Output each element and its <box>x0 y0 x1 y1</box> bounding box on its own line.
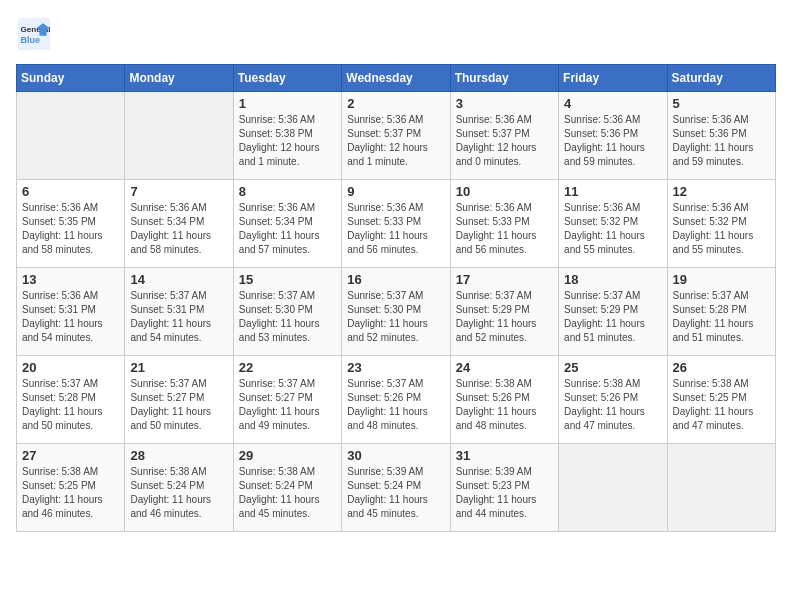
calendar-table: SundayMondayTuesdayWednesdayThursdayFrid… <box>16 64 776 532</box>
day-number: 27 <box>22 448 119 463</box>
day-info: Sunrise: 5:37 AM Sunset: 5:27 PM Dayligh… <box>239 377 336 433</box>
calendar-week-row: 6Sunrise: 5:36 AM Sunset: 5:35 PM Daylig… <box>17 180 776 268</box>
calendar-day-cell: 10Sunrise: 5:36 AM Sunset: 5:33 PM Dayli… <box>450 180 558 268</box>
calendar-body: 1Sunrise: 5:36 AM Sunset: 5:38 PM Daylig… <box>17 92 776 532</box>
day-number: 11 <box>564 184 661 199</box>
day-number: 6 <box>22 184 119 199</box>
svg-text:Blue: Blue <box>21 35 41 45</box>
calendar-day-cell: 9Sunrise: 5:36 AM Sunset: 5:33 PM Daylig… <box>342 180 450 268</box>
day-info: Sunrise: 5:38 AM Sunset: 5:25 PM Dayligh… <box>673 377 770 433</box>
calendar-day-cell: 2Sunrise: 5:36 AM Sunset: 5:37 PM Daylig… <box>342 92 450 180</box>
day-info: Sunrise: 5:38 AM Sunset: 5:26 PM Dayligh… <box>564 377 661 433</box>
calendar-day-cell: 11Sunrise: 5:36 AM Sunset: 5:32 PM Dayli… <box>559 180 667 268</box>
calendar-day-cell: 12Sunrise: 5:36 AM Sunset: 5:32 PM Dayli… <box>667 180 775 268</box>
day-info: Sunrise: 5:38 AM Sunset: 5:25 PM Dayligh… <box>22 465 119 521</box>
day-info: Sunrise: 5:38 AM Sunset: 5:24 PM Dayligh… <box>130 465 227 521</box>
calendar-day-cell <box>559 444 667 532</box>
calendar-week-row: 1Sunrise: 5:36 AM Sunset: 5:38 PM Daylig… <box>17 92 776 180</box>
day-info: Sunrise: 5:36 AM Sunset: 5:33 PM Dayligh… <box>456 201 553 257</box>
day-info: Sunrise: 5:37 AM Sunset: 5:28 PM Dayligh… <box>673 289 770 345</box>
day-info: Sunrise: 5:36 AM Sunset: 5:38 PM Dayligh… <box>239 113 336 169</box>
calendar-day-cell: 16Sunrise: 5:37 AM Sunset: 5:30 PM Dayli… <box>342 268 450 356</box>
day-number: 25 <box>564 360 661 375</box>
day-info: Sunrise: 5:37 AM Sunset: 5:27 PM Dayligh… <box>130 377 227 433</box>
day-number: 13 <box>22 272 119 287</box>
calendar-day-cell: 15Sunrise: 5:37 AM Sunset: 5:30 PM Dayli… <box>233 268 341 356</box>
calendar-day-cell: 25Sunrise: 5:38 AM Sunset: 5:26 PM Dayli… <box>559 356 667 444</box>
calendar-day-cell: 7Sunrise: 5:36 AM Sunset: 5:34 PM Daylig… <box>125 180 233 268</box>
day-number: 24 <box>456 360 553 375</box>
day-info: Sunrise: 5:36 AM Sunset: 5:37 PM Dayligh… <box>456 113 553 169</box>
calendar-day-cell: 22Sunrise: 5:37 AM Sunset: 5:27 PM Dayli… <box>233 356 341 444</box>
day-number: 4 <box>564 96 661 111</box>
day-info: Sunrise: 5:36 AM Sunset: 5:34 PM Dayligh… <box>239 201 336 257</box>
day-info: Sunrise: 5:39 AM Sunset: 5:23 PM Dayligh… <box>456 465 553 521</box>
calendar-day-cell: 27Sunrise: 5:38 AM Sunset: 5:25 PM Dayli… <box>17 444 125 532</box>
weekday-header-cell: Saturday <box>667 65 775 92</box>
day-number: 2 <box>347 96 444 111</box>
calendar-day-cell: 30Sunrise: 5:39 AM Sunset: 5:24 PM Dayli… <box>342 444 450 532</box>
calendar-day-cell: 5Sunrise: 5:36 AM Sunset: 5:36 PM Daylig… <box>667 92 775 180</box>
calendar-day-cell: 19Sunrise: 5:37 AM Sunset: 5:28 PM Dayli… <box>667 268 775 356</box>
day-number: 3 <box>456 96 553 111</box>
logo-icon: General Blue <box>16 16 52 52</box>
day-number: 31 <box>456 448 553 463</box>
calendar-day-cell: 6Sunrise: 5:36 AM Sunset: 5:35 PM Daylig… <box>17 180 125 268</box>
day-info: Sunrise: 5:36 AM Sunset: 5:36 PM Dayligh… <box>673 113 770 169</box>
calendar-day-cell: 26Sunrise: 5:38 AM Sunset: 5:25 PM Dayli… <box>667 356 775 444</box>
day-info: Sunrise: 5:37 AM Sunset: 5:30 PM Dayligh… <box>347 289 444 345</box>
day-number: 5 <box>673 96 770 111</box>
day-number: 7 <box>130 184 227 199</box>
calendar-day-cell: 21Sunrise: 5:37 AM Sunset: 5:27 PM Dayli… <box>125 356 233 444</box>
calendar-week-row: 13Sunrise: 5:36 AM Sunset: 5:31 PM Dayli… <box>17 268 776 356</box>
calendar-day-cell: 24Sunrise: 5:38 AM Sunset: 5:26 PM Dayli… <box>450 356 558 444</box>
calendar-day-cell: 3Sunrise: 5:36 AM Sunset: 5:37 PM Daylig… <box>450 92 558 180</box>
day-number: 16 <box>347 272 444 287</box>
weekday-header-cell: Tuesday <box>233 65 341 92</box>
logo: General Blue <box>16 16 56 52</box>
calendar-week-row: 20Sunrise: 5:37 AM Sunset: 5:28 PM Dayli… <box>17 356 776 444</box>
calendar-day-cell <box>17 92 125 180</box>
day-info: Sunrise: 5:37 AM Sunset: 5:31 PM Dayligh… <box>130 289 227 345</box>
calendar-day-cell: 31Sunrise: 5:39 AM Sunset: 5:23 PM Dayli… <box>450 444 558 532</box>
weekday-header-cell: Thursday <box>450 65 558 92</box>
day-number: 21 <box>130 360 227 375</box>
day-info: Sunrise: 5:38 AM Sunset: 5:24 PM Dayligh… <box>239 465 336 521</box>
day-info: Sunrise: 5:36 AM Sunset: 5:34 PM Dayligh… <box>130 201 227 257</box>
calendar-day-cell <box>667 444 775 532</box>
day-info: Sunrise: 5:37 AM Sunset: 5:26 PM Dayligh… <box>347 377 444 433</box>
day-number: 20 <box>22 360 119 375</box>
calendar-day-cell: 14Sunrise: 5:37 AM Sunset: 5:31 PM Dayli… <box>125 268 233 356</box>
day-number: 18 <box>564 272 661 287</box>
calendar-day-cell: 29Sunrise: 5:38 AM Sunset: 5:24 PM Dayli… <box>233 444 341 532</box>
day-info: Sunrise: 5:37 AM Sunset: 5:29 PM Dayligh… <box>456 289 553 345</box>
day-number: 30 <box>347 448 444 463</box>
day-number: 1 <box>239 96 336 111</box>
calendar-day-cell: 1Sunrise: 5:36 AM Sunset: 5:38 PM Daylig… <box>233 92 341 180</box>
weekday-header-cell: Wednesday <box>342 65 450 92</box>
day-info: Sunrise: 5:37 AM Sunset: 5:28 PM Dayligh… <box>22 377 119 433</box>
calendar-day-cell: 17Sunrise: 5:37 AM Sunset: 5:29 PM Dayli… <box>450 268 558 356</box>
day-info: Sunrise: 5:38 AM Sunset: 5:26 PM Dayligh… <box>456 377 553 433</box>
day-number: 10 <box>456 184 553 199</box>
day-info: Sunrise: 5:36 AM Sunset: 5:32 PM Dayligh… <box>564 201 661 257</box>
day-number: 17 <box>456 272 553 287</box>
day-info: Sunrise: 5:39 AM Sunset: 5:24 PM Dayligh… <box>347 465 444 521</box>
weekday-header-cell: Monday <box>125 65 233 92</box>
weekday-header-cell: Friday <box>559 65 667 92</box>
calendar-day-cell: 18Sunrise: 5:37 AM Sunset: 5:29 PM Dayli… <box>559 268 667 356</box>
weekday-header-cell: Sunday <box>17 65 125 92</box>
day-number: 14 <box>130 272 227 287</box>
calendar-header: SundayMondayTuesdayWednesdayThursdayFrid… <box>17 65 776 92</box>
day-number: 29 <box>239 448 336 463</box>
day-info: Sunrise: 5:36 AM Sunset: 5:35 PM Dayligh… <box>22 201 119 257</box>
day-info: Sunrise: 5:36 AM Sunset: 5:32 PM Dayligh… <box>673 201 770 257</box>
calendar-day-cell <box>125 92 233 180</box>
day-info: Sunrise: 5:36 AM Sunset: 5:33 PM Dayligh… <box>347 201 444 257</box>
day-info: Sunrise: 5:36 AM Sunset: 5:37 PM Dayligh… <box>347 113 444 169</box>
day-number: 8 <box>239 184 336 199</box>
day-info: Sunrise: 5:36 AM Sunset: 5:36 PM Dayligh… <box>564 113 661 169</box>
header: General Blue <box>16 16 776 52</box>
day-info: Sunrise: 5:37 AM Sunset: 5:29 PM Dayligh… <box>564 289 661 345</box>
day-number: 23 <box>347 360 444 375</box>
